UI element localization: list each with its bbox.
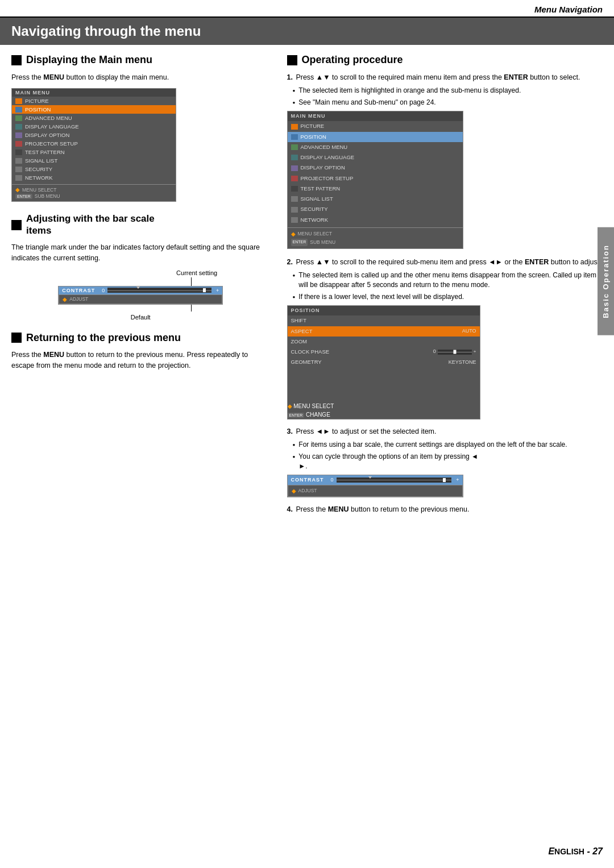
menu-item-network: NETWORK xyxy=(12,173,176,182)
operating-steps-list: 1. Press ▲▼ to scroll to the required ma… xyxy=(287,72,603,515)
step-3-bullet-2: You can cycle through the options of an … xyxy=(293,452,603,471)
op-menu-display-lang: DISPLAY LANGUAGE xyxy=(288,152,463,163)
step-1-bullets: The selected item is highlighted in oran… xyxy=(293,86,603,107)
projector-setup-icon xyxy=(15,141,22,147)
section-displaying-main-menu: Displaying the Main menu Press the MENU … xyxy=(11,54,270,202)
step-3-bullet-1: For items using a bar scale, the current… xyxy=(293,440,603,450)
returning-text: Press the MENU button to return to the p… xyxy=(11,350,270,371)
position-icon xyxy=(15,107,22,113)
section-heading-operating: Operating procedure xyxy=(302,54,403,67)
section-heading-returning: Returning to the previous menu xyxy=(26,332,181,344)
contrast-bar-row: CONTRAST 0 + xyxy=(59,286,222,294)
signal-list-icon xyxy=(15,158,22,164)
displaying-main-menu-text: Press the MENU button to display the mai… xyxy=(11,72,270,83)
pos-clock-phase: CLOCK PHASE 0 + xyxy=(288,347,480,357)
op-menu-picture: PICTURE xyxy=(288,121,463,131)
menu-item-advanced: ADVANCED MENU xyxy=(12,114,176,122)
menu-footer-op: ◆ MENU SELECT ENTER SUB MENU xyxy=(288,227,463,248)
basic-operation-tab: Basic Operation xyxy=(598,227,614,335)
pos-geometry: GEOMETRY KEYSTONE xyxy=(288,357,480,367)
pos-zoom: ZOOM xyxy=(288,337,480,347)
display-opt-icon xyxy=(15,132,22,138)
bar-track xyxy=(107,288,211,293)
picture-icon xyxy=(15,98,22,104)
page-header: Menu Navigation xyxy=(0,0,614,18)
step-2-bullets: The selected item is called up and the o… xyxy=(293,271,603,301)
test-pattern-icon xyxy=(15,149,22,155)
advanced-icon xyxy=(15,115,22,121)
step-2-bullet-2: If there is a lower level, the next leve… xyxy=(293,292,603,302)
right-column: Operating procedure 1. Press ▲▼ to scrol… xyxy=(287,45,603,522)
current-setting-label: Current setting xyxy=(58,269,223,276)
menu-item-test-pattern: TEST PATTERN xyxy=(12,148,176,156)
bar-square-marker xyxy=(203,288,206,292)
position-menu-box: POSITION SHIFT ASPECT AUTO ZOOM CLOCK xyxy=(287,305,480,420)
main-menu-box-op: MAIN MENU PICTURE POSITION ADVANCED MENU xyxy=(287,111,463,249)
network-icon xyxy=(15,175,22,181)
contrast-footer: ◆ ADJUST xyxy=(59,294,222,304)
bar-triangle-marker xyxy=(136,286,140,289)
op-menu-network: NETWORK xyxy=(288,215,463,225)
op-menu-display-opt: DISPLAY OPTION xyxy=(288,163,463,173)
display-lang-icon xyxy=(15,124,22,130)
step-2: 2. Press ▲▼ to scroll to the required su… xyxy=(287,257,603,420)
bottom-contrast-bar-row: CONTRAST 0 + xyxy=(288,475,463,485)
op-menu-advanced: ADVANCED MENU xyxy=(288,142,463,152)
pos-aspect-highlighted: ASPECT AUTO xyxy=(288,326,480,337)
header-title: Menu Navigation xyxy=(534,5,603,14)
step-1-bullet-1: The selected item is highlighted in oran… xyxy=(293,86,603,95)
op-menu-test-pattern: TEST PATTERN xyxy=(288,184,463,194)
menu-item-display-lang: DISPLAY LANGUAGE xyxy=(12,122,176,131)
step-1-bullet-2: See "Main menu and Sub-menu" on page 24. xyxy=(293,98,603,107)
main-title: Navigating through the menu xyxy=(11,23,201,39)
main-title-bar: Navigating through the menu xyxy=(0,18,614,45)
menu-box-header: MAIN MENU xyxy=(12,89,176,97)
section-icon-return xyxy=(11,333,22,343)
menu-item-picture: PICTURE xyxy=(12,97,176,105)
bottom-contrast-box: CONTRAST 0 + ◆ ADJUST xyxy=(287,475,463,498)
bar-scale-text: The triangle mark under the bar indicate… xyxy=(11,242,270,264)
bar-scale-diagram: Current setting CONTRAST 0 xyxy=(11,269,270,321)
step-1: 1. Press ▲▼ to scroll to the required ma… xyxy=(287,72,603,249)
section-heading-bar-scale: Adjusting with the bar scaleitems xyxy=(26,213,155,236)
op-menu-projector-setup: PROJECTOR SETUP xyxy=(288,173,463,184)
english-label: E xyxy=(548,846,554,856)
contrast-bar-box: CONTRAST 0 + ◆ ADJUST xyxy=(58,286,223,305)
op-menu-security: SECURITY xyxy=(288,204,463,214)
menu-footer-1: ◆ MENU SELECT ENTER SUB MENU xyxy=(12,184,176,201)
section-icon-bar xyxy=(11,220,22,230)
position-menu-footer: ◆ MENU SELECT ENTER CHANGE xyxy=(288,402,480,419)
main-menu-box-1: MAIN MENU PICTURE POSITION ADVANCED MENU… xyxy=(11,88,176,202)
left-column: Displaying the Main menu Press the MENU … xyxy=(11,45,270,522)
menu-item-security: SECURITY xyxy=(12,165,176,173)
pos-shift: SHIFT xyxy=(288,315,480,326)
security-icon xyxy=(15,167,22,172)
step-3: 3. Press ◄► to adjust or set the selecte… xyxy=(287,426,603,498)
section-icon xyxy=(11,55,22,65)
bottom-contrast-footer: ◆ ADJUST xyxy=(288,485,463,497)
page-footer: ENGLISH - 27 xyxy=(548,846,603,857)
section-heading-displaying: Displaying the Main menu xyxy=(26,54,152,67)
page-number: - 27 xyxy=(587,846,603,856)
default-label: Default xyxy=(131,314,151,321)
section-returning-previous: Returning to the previous menu Press the… xyxy=(11,332,270,371)
menu-item-projector-setup: PROJECTOR SETUP xyxy=(12,139,176,148)
section-adjusting-bar-scale: Adjusting with the bar scaleitems The tr… xyxy=(11,213,270,320)
step-2-bullet-1: The selected item is called up and the o… xyxy=(293,271,603,290)
menu-item-signal-list: SIGNAL LIST xyxy=(12,156,176,165)
step-3-bullets: For items using a bar scale, the current… xyxy=(293,440,603,471)
menu-item-display-opt: DISPLAY OPTION xyxy=(12,131,176,139)
menu-item-position-highlighted: POSITION xyxy=(12,105,176,114)
op-menu-signal-list: SIGNAL LIST xyxy=(288,194,463,204)
clock-bar-marker xyxy=(453,350,456,354)
step-4: 4. Press the MENU button to return to th… xyxy=(287,504,603,515)
section-icon-op xyxy=(287,55,297,65)
op-menu-position-selected: POSITION xyxy=(288,132,463,142)
